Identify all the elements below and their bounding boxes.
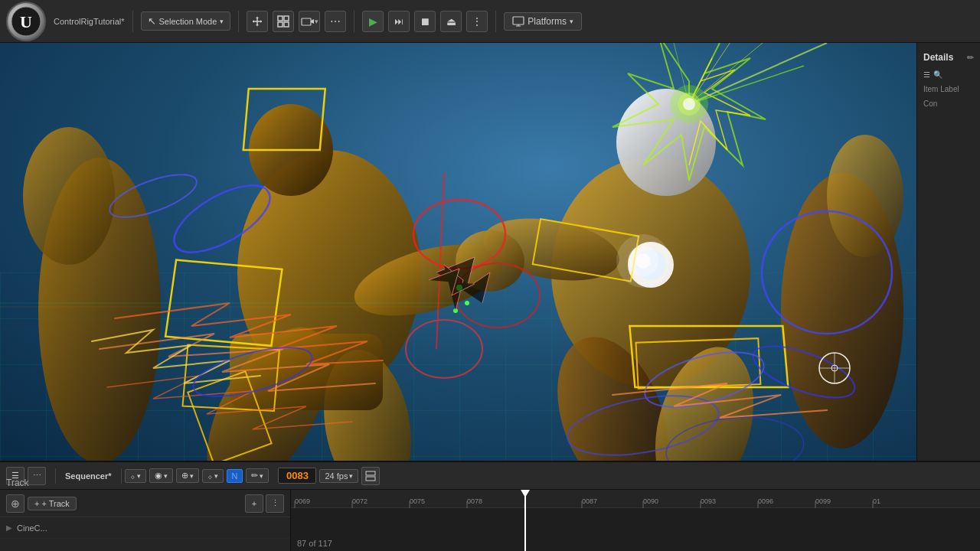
ellipsis-icon: ⋯ bbox=[330, 15, 341, 28]
sequencer-panel: ☰ ⋯ Sequencer* ⬦ ▾ ◉ ▾ ⊕ ▾ ⬦ ▾ N ✏ bbox=[0, 461, 980, 551]
timeline-playhead[interactable] bbox=[524, 490, 526, 551]
seq-more-button[interactable]: ⋯ bbox=[28, 467, 46, 485]
stop-button[interactable]: ⏹ bbox=[414, 11, 436, 32]
svg-rect-3 bbox=[284, 16, 289, 21]
svg-rect-13 bbox=[230, 334, 383, 410]
seq-track-header: ⊕ + + Track + ⋮ ▶ CineC... bbox=[0, 490, 291, 551]
key-button[interactable]: ⬦ ▾ bbox=[202, 469, 224, 483]
frame-input[interactable] bbox=[278, 468, 316, 484]
details-title: Details bbox=[923, 52, 953, 63]
stop-icon: ⏹ bbox=[420, 15, 430, 28]
frame-of-label: 87 of 117 bbox=[297, 539, 332, 548]
right-panel: Details ✏ ☰ 🔍 Item Label Con bbox=[916, 43, 980, 461]
add-track-icon: ⊕ bbox=[6, 494, 24, 513]
paint-icon: ✏ bbox=[251, 471, 258, 481]
pencil-icon: ✏ bbox=[967, 53, 974, 63]
separator-4 bbox=[495, 11, 496, 32]
eject-button[interactable]: ⏏ bbox=[440, 11, 462, 32]
separator-1 bbox=[132, 11, 133, 32]
layout-button[interactable] bbox=[361, 467, 380, 485]
cine-track-label: CineC... bbox=[17, 523, 47, 533]
eject-icon: ⏏ bbox=[446, 15, 456, 28]
more-icon: ⋮ bbox=[472, 15, 482, 28]
play-button[interactable]: ▶ bbox=[362, 11, 384, 32]
key-icon: ⬦ bbox=[207, 471, 213, 481]
svg-point-33 bbox=[683, 98, 695, 110]
ue-logo: U bbox=[6, 2, 46, 41]
more-play-button[interactable]: ⋮ bbox=[466, 11, 488, 32]
frame-info: 87 of 117 bbox=[297, 539, 332, 548]
svg-point-55 bbox=[635, 253, 651, 269]
selection-mode-button[interactable]: ↖ Selection Mode ▾ bbox=[141, 11, 231, 31]
viewport[interactable] bbox=[0, 43, 916, 461]
track-button-label: + Track bbox=[41, 499, 69, 508]
timeline-area[interactable]: 0069 0072 0075 0078 0087 0090 0093 0096 … bbox=[291, 490, 980, 551]
eye-button[interactable]: ◉ ▾ bbox=[149, 468, 173, 483]
frame-counter bbox=[278, 468, 316, 484]
sequencer-label: Sequencer* bbox=[65, 471, 112, 481]
transform-tool-button[interactable]: ⬦ ▾ bbox=[125, 469, 146, 483]
svg-rect-65 bbox=[366, 471, 375, 475]
track-expand-button[interactable]: + bbox=[245, 494, 263, 513]
seq-separator-1 bbox=[55, 468, 56, 484]
move-tool-button[interactable] bbox=[247, 11, 268, 32]
fps-button[interactable]: 24 fps ▾ bbox=[319, 469, 358, 483]
platforms-chevron: ▾ bbox=[570, 18, 573, 25]
auto-key-icon: N bbox=[232, 471, 238, 481]
cine-track-row[interactable]: ▶ CineC... bbox=[0, 517, 290, 539]
playhead-arrow bbox=[521, 490, 530, 502]
svg-text:U: U bbox=[20, 12, 32, 31]
svg-rect-7 bbox=[513, 17, 524, 24]
chevron-icon: ▾ bbox=[220, 18, 224, 25]
track-controls-row: ⊕ + + Track + ⋮ bbox=[0, 490, 290, 517]
timeline-ruler: 0069 0072 0075 0078 0087 0090 0093 0096 … bbox=[291, 490, 980, 508]
con-label-text: Con bbox=[923, 99, 937, 108]
camera-icon bbox=[301, 16, 315, 27]
track-settings-button[interactable]: ⋮ bbox=[266, 494, 284, 513]
svg-rect-66 bbox=[366, 477, 375, 481]
monitor-icon bbox=[512, 16, 524, 27]
svg-point-43 bbox=[406, 320, 482, 378]
snap-icon bbox=[277, 15, 289, 28]
snap-button[interactable] bbox=[273, 11, 294, 32]
details-search-icon: 🔍 bbox=[933, 70, 942, 79]
transform-icon: ⬦ bbox=[130, 471, 136, 481]
pivot-icon: ⊕ bbox=[181, 471, 188, 481]
play-icon: ▶ bbox=[369, 15, 377, 28]
selection-mode-label: Selection Mode bbox=[159, 17, 217, 26]
plus-icon: + bbox=[34, 499, 39, 508]
separator-2 bbox=[238, 11, 239, 32]
cursor-icon: ↖ bbox=[148, 15, 156, 27]
svg-rect-6 bbox=[302, 18, 311, 25]
add-track-button[interactable]: + + Track bbox=[28, 497, 77, 510]
ruler-ticks bbox=[291, 490, 980, 508]
step-forward-button[interactable]: ⏭ bbox=[388, 11, 410, 32]
combat-scene bbox=[0, 43, 916, 461]
svg-point-57 bbox=[465, 301, 469, 305]
window-title: ControlRigTutorial* bbox=[54, 17, 125, 26]
fps-label: 24 fps bbox=[325, 471, 348, 481]
sequencer-toolbar: ☰ ⋯ Sequencer* ⬦ ▾ ◉ ▾ ⊕ ▾ ⬦ ▾ N ✏ bbox=[0, 462, 980, 490]
track-text: Track bbox=[6, 478, 29, 488]
platforms-button[interactable]: Platforms ▾ bbox=[504, 12, 582, 31]
svg-rect-5 bbox=[284, 22, 289, 27]
svg-rect-2 bbox=[278, 16, 283, 21]
separator-3 bbox=[354, 11, 354, 32]
svg-marker-78 bbox=[521, 490, 530, 497]
layout-icon bbox=[365, 471, 376, 481]
scene-svg-overlay bbox=[0, 43, 916, 461]
camera-button[interactable]: ▾ bbox=[299, 11, 320, 32]
eye-icon: ◉ bbox=[155, 471, 162, 481]
filter-icon: ☰ bbox=[923, 70, 930, 79]
more-options-button[interactable]: ⋯ bbox=[325, 11, 346, 32]
pivot-button[interactable]: ⊕ ▾ bbox=[176, 468, 199, 483]
track-label-area: Track bbox=[6, 478, 29, 488]
svg-point-25 bbox=[827, 135, 903, 257]
top-toolbar: U ControlRigTutorial* ↖ Selection Mode ▾ bbox=[0, 0, 980, 43]
auto-key-button[interactable]: N bbox=[227, 469, 243, 483]
platforms-label: Platforms bbox=[528, 16, 567, 27]
paint-button[interactable]: ✏ ▾ bbox=[246, 468, 269, 483]
seq-separator-2 bbox=[121, 468, 122, 484]
item-label-text: Item Label bbox=[923, 85, 959, 93]
svg-rect-4 bbox=[278, 22, 283, 27]
